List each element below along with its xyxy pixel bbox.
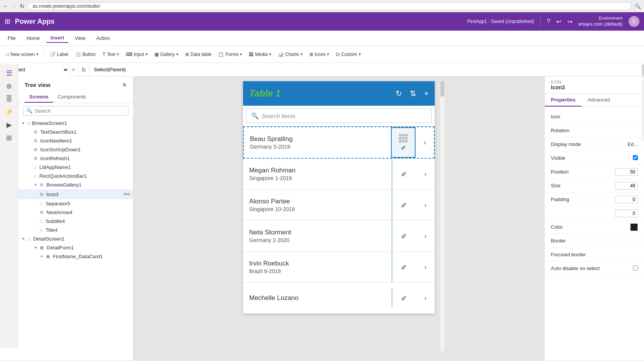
app-title: Table 1 bbox=[249, 88, 281, 99]
back-button[interactable]: ← bbox=[3, 3, 8, 9]
edit-icon-area-2[interactable]: ✏ bbox=[392, 190, 416, 220]
charts-chevron-icon: ▾ bbox=[301, 52, 302, 56]
tree-browse-screen[interactable]: ▼ □ BrowseScreen1 bbox=[18, 119, 133, 128]
menu-action[interactable]: Action bbox=[92, 34, 115, 43]
undo-icon[interactable]: ↩ bbox=[556, 18, 561, 25]
tree-icon-refresh[interactable]: ⊞ IconRefresh1 bbox=[18, 154, 133, 163]
gallery-button[interactable]: ▦ Gallery ▾ bbox=[151, 50, 181, 59]
forms-button[interactable]: 📋 Forms ▾ bbox=[215, 50, 245, 59]
layers-icon[interactable]: ☰ bbox=[6, 77, 12, 77]
menu-file[interactable]: File bbox=[3, 34, 20, 43]
gallery-item-3[interactable]: Neta Storment Germany 2-2020 ✏ › bbox=[243, 221, 435, 252]
menu-home[interactable]: Home bbox=[22, 34, 44, 43]
new-screen-button[interactable]: □ New screen ▾ bbox=[3, 50, 41, 59]
tree-icon-new-item[interactable]: ⊞ IconNewItem1 bbox=[18, 136, 133, 145]
redo-icon[interactable]: ↪ bbox=[567, 18, 572, 25]
item-icon: ⊞ bbox=[34, 138, 37, 143]
tree-separator5[interactable]: □ Separator5 bbox=[18, 199, 133, 208]
gallery-item-arrow-1[interactable]: › bbox=[416, 159, 435, 189]
user-avatar[interactable]: E bbox=[629, 16, 639, 27]
gallery-item-0[interactable]: Beau Spratling Germany 5-2019 bbox=[243, 126, 435, 159]
refresh-app-icon[interactable]: ↻ bbox=[396, 89, 402, 98]
sidebar-close-button[interactable]: ✕ bbox=[122, 81, 127, 88]
prop-position-input[interactable] bbox=[615, 168, 638, 176]
help-icon[interactable]: ? bbox=[547, 18, 550, 25]
prop-size-input[interactable] bbox=[615, 182, 638, 190]
app-search-placeholder: Search items bbox=[262, 113, 296, 119]
add-item-icon[interactable]: + bbox=[424, 89, 429, 98]
tree-text-search-box[interactable]: ⊞ TextSearchBox1 bbox=[18, 128, 133, 136]
gallery-item-arrow-0[interactable]: › bbox=[416, 127, 434, 158]
tree-browse-gallery[interactable]: ▼ ⊞ BrowseGallery1 bbox=[18, 180, 133, 189]
text-button[interactable]: T Text ▾ bbox=[100, 50, 122, 59]
prop-padding-input[interactable] bbox=[615, 196, 638, 203]
gallery-item-1[interactable]: Megan Rohman Singapore 1-2019 ✏ › bbox=[243, 159, 435, 190]
prop-padding-right-input[interactable] bbox=[615, 210, 638, 217]
tree-item-label: IconRefresh1 bbox=[40, 156, 130, 161]
tab-screens[interactable]: Screens bbox=[25, 92, 53, 103]
custom-button[interactable]: ⊡ Custom ▾ bbox=[333, 50, 363, 59]
formula-input[interactable] bbox=[89, 67, 644, 72]
tree-icon-sort[interactable]: ⊞ IconSortUpDown1 bbox=[18, 145, 133, 154]
tree-subtitle4[interactable]: □ Subtitle4 bbox=[18, 217, 133, 226]
edit-icon-area-5[interactable]: ✏ bbox=[392, 289, 416, 307]
tree-detail-form[interactable]: ▼ ▣ DetailForm1 bbox=[18, 243, 133, 252]
tab-properties[interactable]: Properties bbox=[545, 94, 582, 106]
gallery-item-5[interactable]: Mechelle Lozano ✏ › bbox=[243, 283, 435, 314]
edit-icon-area-1[interactable]: ✏ bbox=[392, 159, 416, 189]
charts-button[interactable]: 📊 Charts ▾ bbox=[275, 50, 305, 59]
connections-icon[interactable]: ⚡ bbox=[5, 108, 13, 116]
canvas-scrollbar-thumb[interactable] bbox=[440, 81, 444, 97]
tree-firstname-datacard[interactable]: ▼ ▣ FirstName_DataCard1 bbox=[18, 252, 133, 261]
gallery-item-2[interactable]: Alonso Partee Singapore 10-2019 ✏ › bbox=[243, 190, 435, 221]
menu-insert[interactable]: Insert bbox=[46, 33, 69, 43]
gallery-item-arrow-2[interactable]: › bbox=[416, 190, 435, 220]
tree-title4[interactable]: □ Title4 bbox=[18, 226, 133, 234]
gallery-item-name-1: Megan Rohman bbox=[249, 167, 386, 174]
sidebar-search-input[interactable] bbox=[35, 108, 125, 114]
tab-components[interactable]: Components bbox=[53, 92, 91, 103]
edit-icon-area-0[interactable]: ✏ bbox=[391, 127, 416, 158]
prop-color-swatch[interactable] bbox=[630, 223, 638, 231]
menu-view[interactable]: View bbox=[70, 34, 90, 43]
gallery-item-name-0: Beau Spratling bbox=[250, 135, 385, 143]
form-expand-icon: ▼ bbox=[34, 246, 38, 250]
refresh-button[interactable]: ↻ bbox=[20, 3, 25, 9]
variables-icon[interactable]: ⊞ bbox=[6, 134, 12, 142]
media-button[interactable]: 🖼 Media ▾ bbox=[246, 50, 274, 59]
gallery-item-sub-1: Singapore 1-2019 bbox=[249, 175, 386, 181]
components-icon[interactable]: ⊛ bbox=[6, 82, 12, 90]
media-panel-icon[interactable]: ▶ bbox=[7, 121, 12, 129]
tree-lbl-app-name[interactable]: □ LblAppName1 bbox=[18, 163, 133, 172]
gallery-item-arrow-3[interactable]: › bbox=[416, 221, 435, 251]
gallery-item-arrow-5[interactable]: › bbox=[416, 283, 435, 313]
right-panel-scrollbar-thumb[interactable] bbox=[642, 64, 644, 76]
input-button[interactable]: ⌨ Input ▾ bbox=[123, 50, 151, 59]
data-icon[interactable]: 🗄 bbox=[6, 95, 13, 103]
tree-detail-screen[interactable]: ▼ □ DetailScreen1 bbox=[18, 234, 133, 243]
prop-visible-value[interactable] bbox=[633, 155, 638, 161]
visible-checkbox[interactable] bbox=[633, 155, 638, 160]
address-bar[interactable]: as.create.powerapps.com/studio/ bbox=[28, 2, 631, 10]
prop-display-mode: Display mode Ed... bbox=[545, 138, 644, 151]
more-options-icon[interactable]: ••• bbox=[123, 191, 130, 198]
waffle-menu-icon[interactable]: ⊞ bbox=[5, 17, 10, 26]
gallery-item-4[interactable]: Irvin Roebuck Brazil 6-2019 ✏ › bbox=[243, 252, 435, 283]
edit-icon-area-4[interactable]: ✏ bbox=[392, 252, 416, 282]
tree-rect-quick[interactable]: □ RectQuickActionBar1 bbox=[18, 172, 133, 180]
sort-icon[interactable]: ⇅ bbox=[410, 89, 416, 98]
app-search-bar[interactable]: 🔍 Search items bbox=[246, 109, 432, 123]
tree-icon3[interactable]: ⊞ Icon3 ••• bbox=[18, 189, 133, 199]
tab-advanced[interactable]: Advanced bbox=[582, 94, 616, 106]
forward-button[interactable]: → bbox=[12, 3, 17, 9]
edit-icon-area-3[interactable]: ✏ bbox=[392, 221, 416, 251]
tree-next-arrow[interactable]: ⊞ NextArrow4 bbox=[18, 208, 133, 217]
prop-auto-disable-value[interactable] bbox=[633, 265, 638, 272]
auto-disable-checkbox[interactable] bbox=[633, 265, 638, 270]
label-button[interactable]: 📝 Label bbox=[46, 50, 71, 59]
icons-button[interactable]: ⊞ Icons ▾ bbox=[306, 50, 332, 59]
canvas-scrollbar-track[interactable] bbox=[440, 81, 445, 351]
gallery-item-arrow-4[interactable]: › bbox=[416, 252, 435, 282]
button-button[interactable]: ⬜ Button bbox=[72, 50, 99, 59]
data-table-button[interactable]: ⊞ Data table bbox=[182, 50, 215, 59]
